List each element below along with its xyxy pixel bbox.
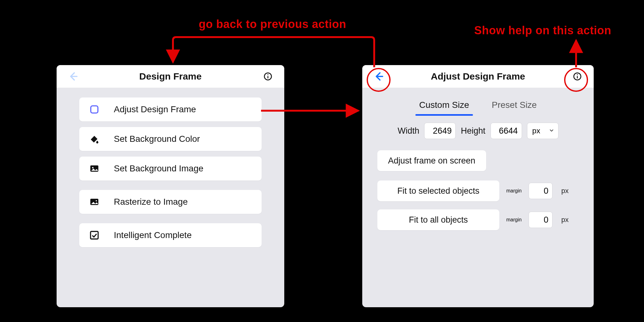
height-input[interactable] [491, 123, 522, 139]
menu-item-set-bg-image[interactable]: Set Background Image [79, 157, 262, 180]
annotation-circle-info [564, 68, 588, 92]
design-frame-panel: Design Frame Adjust Design Frame Set Bac… [57, 65, 284, 307]
button-label: Fit to all objects [409, 215, 468, 225]
button-label: Adjust frame on screen [388, 156, 475, 166]
size-tabs: Custom Size Preset Size [377, 96, 579, 114]
unit-suffix: px [561, 187, 569, 195]
panel-title: Adjust Design Frame [388, 71, 568, 82]
square-outline-icon [89, 104, 100, 115]
menu-item-set-bg-color[interactable]: Set Background Color [79, 127, 262, 151]
menu-item-label: Adjust Design Frame [114, 104, 196, 114]
annotated-screenshot: Design Frame Adjust Design Frame Set Bac… [0, 0, 644, 322]
height-label: Height [461, 126, 485, 136]
panel-header: Adjust Design Frame [362, 65, 594, 88]
chevron-down-icon [549, 126, 554, 135]
image-icon [89, 163, 100, 174]
menu-item-label: Intelligent Complete [114, 230, 192, 240]
annotation-circle-back [367, 68, 391, 92]
margin-selected-input[interactable] [529, 183, 552, 199]
size-row: Width Height px [377, 123, 579, 139]
checkbox-icon [89, 230, 100, 241]
back-button[interactable] [64, 71, 82, 82]
adjust-design-frame-panel: Adjust Design Frame Custom Size Preset S… [362, 65, 594, 307]
unit-select[interactable]: px [527, 123, 558, 139]
info-button[interactable] [258, 72, 277, 81]
fit-all-button[interactable]: Fit to all objects [377, 209, 499, 230]
menu-item-rasterize[interactable]: Rasterize to Image [79, 190, 262, 214]
menu-item-intelligent-complete[interactable]: Intelligent Complete [79, 223, 262, 247]
svg-point-3 [268, 74, 269, 75]
adjust-on-screen-button[interactable]: Adjust frame on screen [377, 150, 486, 171]
fit-selected-button[interactable]: Fit to selected objects [377, 180, 499, 201]
panel-body: Adjust Design Frame Set Background Color… [57, 88, 284, 262]
tab-preset-size[interactable]: Preset Size [491, 96, 538, 114]
menu-item-label: Rasterize to Image [114, 197, 188, 207]
button-label: Fit to selected objects [397, 186, 479, 196]
annotation-help-caption: Show help on this action [474, 24, 611, 37]
info-icon [263, 72, 273, 81]
unit-select-value: px [532, 126, 540, 135]
margin-label: margin [506, 188, 522, 194]
menu-item-label: Set Background Image [114, 164, 203, 174]
menu-item-label: Set Background Color [114, 134, 200, 144]
annotation-arrow-back [173, 37, 374, 67]
width-input[interactable] [424, 123, 456, 139]
margin-all-input[interactable] [529, 212, 552, 228]
menu-item-adjust-design-frame[interactable]: Adjust Design Frame [79, 97, 262, 121]
svg-rect-4 [91, 106, 98, 113]
unit-suffix: px [561, 216, 569, 224]
panel-body: Custom Size Preset Size Width Height px … [362, 88, 594, 248]
arrow-left-icon [68, 71, 78, 82]
width-label: Width [397, 126, 419, 136]
margin-label: margin [506, 217, 522, 223]
paint-bucket-icon [89, 133, 100, 145]
svg-rect-9 [91, 231, 98, 239]
svg-point-6 [92, 167, 94, 169]
panel-title: Design Frame [82, 71, 258, 82]
panel-header: Design Frame [57, 65, 284, 88]
svg-point-8 [96, 200, 97, 201]
image-rasterize-icon [89, 196, 100, 208]
tab-custom-size[interactable]: Custom Size [418, 96, 470, 114]
annotation-back-caption: go back to previous action [199, 18, 346, 31]
